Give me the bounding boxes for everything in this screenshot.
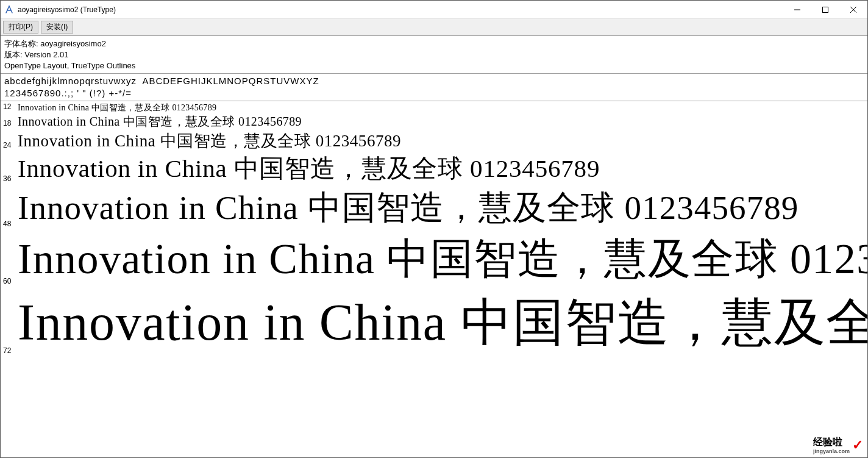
- charset-preview: abcdefghijklmnopqrstuvwxyz ABCDEFGHIJKLM…: [1, 74, 867, 102]
- titlebar: aoyagireisyosimo2 (TrueType): [1, 1, 867, 19]
- watermark-text: 经验啦: [813, 437, 842, 447]
- sample-row: 12Innovation in China 中国智造，慧及全球 01234567…: [1, 102, 867, 113]
- size-label: 18: [3, 119, 18, 130]
- sample-row: 18Innovation in China 中国智造，慧及全球 01234567…: [1, 113, 867, 130]
- watermark-sub: jingyanla.com: [813, 449, 850, 454]
- font-name-line: 字体名称: aoyagireisyosimo2: [4, 38, 864, 49]
- size-label: 60: [3, 277, 18, 288]
- font-preview-window: aoyagireisyosimo2 (TrueType) 打印(P) 安装(I)…: [0, 0, 868, 458]
- minimize-button[interactable]: [783, 1, 811, 18]
- maximize-button[interactable]: [811, 1, 839, 18]
- print-button[interactable]: 打印(P): [3, 21, 38, 34]
- svg-rect-1: [823, 7, 828, 12]
- charset-digits: 1234567890.:,; ' " (!?) +-*/=: [4, 87, 864, 99]
- toolbar: 打印(P) 安装(I): [1, 19, 867, 36]
- size-label: 12: [3, 102, 18, 113]
- check-icon: ✓: [852, 437, 863, 453]
- sample-text: Innovation in China 中国智造，慧及全球 0123456789: [18, 113, 302, 130]
- close-button[interactable]: [839, 1, 867, 18]
- sample-row: 72Innovation in China 中国智造，慧及全球 01234567…: [1, 288, 867, 357]
- window-controls: [783, 1, 867, 18]
- font-outline-line: OpenType Layout, TrueType Outlines: [4, 60, 864, 71]
- sample-text: Innovation in China 中国智造，慧及全球 0123456789: [18, 288, 867, 357]
- sample-text: Innovation in China 中国智造，慧及全球 0123456789: [18, 185, 799, 231]
- sample-text: Innovation in China 中国智造，慧及全球 0123456789: [18, 231, 867, 288]
- size-label: 24: [3, 141, 18, 152]
- sample-text: Innovation in China 中国智造，慧及全球 0123456789: [18, 152, 600, 185]
- size-label: 48: [3, 220, 18, 231]
- size-label: 36: [3, 174, 18, 185]
- font-version-line: 版本: Version 2.01: [4, 49, 864, 60]
- charset-alpha: abcdefghijklmnopqrstuvwxyz ABCDEFGHIJKLM…: [4, 75, 864, 87]
- watermark: 经验啦 jingyanla.com ✓: [813, 436, 863, 454]
- sample-text: Innovation in China 中国智造，慧及全球 0123456789: [18, 102, 216, 113]
- sample-row: 24Innovation in China 中国智造，慧及全球 01234567…: [1, 130, 867, 152]
- window-title: aoyagireisyosimo2 (TrueType): [18, 5, 783, 14]
- sample-text: Innovation in China 中国智造，慧及全球 0123456789: [18, 130, 401, 152]
- sample-row: 48Innovation in China 中国智造，慧及全球 01234567…: [1, 185, 867, 231]
- sample-row: 60Innovation in China 中国智造，慧及全球 01234567…: [1, 231, 867, 288]
- font-app-icon: [4, 5, 14, 15]
- sample-list: 12Innovation in China 中国智造，慧及全球 01234567…: [1, 101, 867, 457]
- install-button[interactable]: 安装(I): [41, 21, 73, 34]
- size-label: 72: [3, 346, 18, 357]
- font-metadata: 字体名称: aoyagireisyosimo2 版本: Version 2.01…: [1, 36, 867, 74]
- sample-row: 36Innovation in China 中国智造，慧及全球 01234567…: [1, 152, 867, 185]
